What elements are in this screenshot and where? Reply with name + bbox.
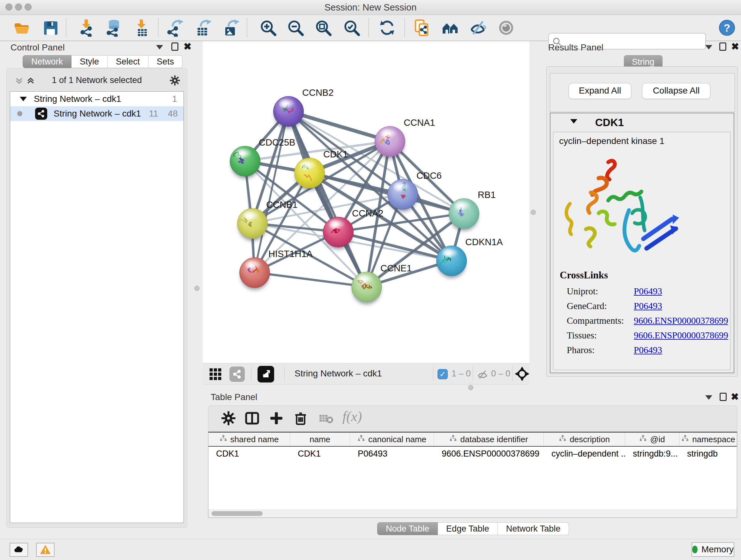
node-table[interactable]: shared namenamecanonical namedatabase id… (208, 432, 737, 518)
export-network-icon[interactable] (166, 19, 184, 37)
network-node-CCNA1[interactable] (375, 126, 405, 157)
column-header-canonical-name[interactable]: canonical name (350, 433, 434, 446)
network-node-CDC25B[interactable] (230, 146, 260, 177)
hide-panel-eye-icon[interactable] (469, 19, 487, 37)
network-edge[interactable] (254, 272, 366, 287)
gear-icon[interactable] (169, 75, 181, 87)
help-icon[interactable]: ? (718, 19, 736, 37)
network-node-CCNB1[interactable] (237, 208, 268, 239)
show-panel-eye-icon[interactable] (497, 19, 515, 37)
network-node-CDK1[interactable] (294, 158, 325, 188)
crosslink-link[interactable]: P06493 (634, 301, 662, 311)
collapse-panel-icon[interactable] (705, 45, 712, 50)
table-cell[interactable]: CDK1 (290, 447, 350, 461)
tab-select[interactable]: Select (108, 55, 148, 68)
close-panel-icon[interactable]: ✖ (184, 42, 192, 51)
gear-icon[interactable] (220, 410, 238, 428)
horizontal-scrollbar[interactable] (208, 509, 737, 517)
column-header-name[interactable]: name (290, 433, 350, 446)
crosslink-row: Compartments:9606.ENSP00000378699 (560, 315, 728, 330)
crosslink-link[interactable]: P06493 (634, 286, 662, 296)
tab-node-table[interactable]: Node Table (377, 522, 438, 535)
delete-column-icon[interactable] (293, 410, 310, 428)
fit-content-crosshair-icon[interactable] (515, 367, 529, 382)
glass-highlight (242, 210, 259, 221)
network-edge[interactable] (254, 111, 288, 272)
show-column-icon[interactable] (244, 410, 261, 428)
node-label-CCNB2: CCNB2 (302, 87, 333, 98)
zoom-out-icon[interactable] (286, 19, 305, 37)
table-cell[interactable]: cyclin–dependent ... (544, 447, 625, 461)
crosslink-link[interactable]: 9606.ENSP00000378699 (634, 315, 728, 326)
import-network-icon[interactable] (77, 19, 95, 37)
column-header-database-identifier[interactable]: database identifier (434, 433, 544, 446)
column-label: name (310, 435, 330, 444)
zoom-fit-icon[interactable] (314, 19, 332, 37)
warning-button[interactable] (36, 543, 55, 557)
table-row[interactable]: CDK1CDK1P064939606.ENSP00000378699cyclin… (208, 447, 737, 461)
network-node-HIST1H1A[interactable] (239, 257, 270, 288)
column-header-description[interactable]: description (544, 433, 625, 446)
add-column-icon[interactable] (268, 410, 286, 428)
vertical-splitter-handle[interactable] (194, 286, 199, 291)
crosslink-link[interactable]: P06493 (634, 345, 662, 355)
export-image-icon[interactable] (222, 19, 240, 37)
cdk1-details: cyclin–dependent kinase 1 (553, 132, 731, 370)
float-panel-icon[interactable] (719, 43, 726, 51)
table-cell[interactable]: stringdb (679, 447, 738, 461)
network-node-CCNA2[interactable] (323, 217, 354, 247)
network-node-CDC6[interactable] (387, 179, 418, 210)
scrollbar-thumb[interactable] (212, 511, 263, 516)
cloud-button[interactable] (10, 543, 28, 557)
collapse-panel-icon[interactable] (156, 45, 163, 50)
grid-view-icon[interactable] (208, 367, 222, 382)
column-header-@id[interactable]: @id (625, 433, 679, 446)
network-node-CCNE1[interactable] (351, 272, 382, 302)
table-cell[interactable]: CDK1 (208, 447, 290, 461)
birds-eye-view-icon[interactable] (258, 366, 274, 382)
import-database-icon[interactable] (105, 19, 122, 37)
tab-sets[interactable]: Sets (148, 55, 183, 68)
vertical-splitter-handle[interactable] (531, 210, 536, 215)
network-overview-icon[interactable] (441, 19, 459, 37)
network-node-CDKN1A[interactable] (436, 246, 467, 276)
table-cell[interactable]: P06493 (350, 447, 434, 461)
tab-network-table[interactable]: Network Table (498, 522, 569, 535)
tree-expander-icon[interactable] (20, 97, 27, 101)
string-share-icon[interactable] (229, 367, 245, 382)
close-panel-icon[interactable]: ✖ (731, 42, 739, 51)
clone-network-icon[interactable] (413, 19, 431, 37)
save-session-icon[interactable] (42, 19, 59, 37)
network-collection-row[interactable]: String Network – cdk1 1 (10, 91, 184, 106)
results-panel-title: Results Panel (548, 43, 603, 53)
close-panel-icon[interactable]: ✖ (731, 392, 739, 401)
network-row-selected[interactable]: String Network – cdk1 11 48 (10, 106, 184, 121)
horizontal-splitter-handle[interactable] (468, 385, 473, 390)
column-header-shared-name[interactable]: shared name (208, 433, 290, 446)
tab-style[interactable]: Style (71, 55, 108, 68)
refresh-icon[interactable] (378, 19, 396, 37)
float-panel-icon[interactable] (172, 43, 179, 51)
crosslink-link[interactable]: 9606.ENSP00000378699 (634, 330, 728, 340)
network-node-RB1[interactable] (449, 198, 479, 229)
zoom-in-icon[interactable] (259, 19, 277, 37)
selected-checkbox-icon[interactable]: ✓ (437, 369, 448, 379)
open-session-icon[interactable] (13, 19, 30, 37)
table-cell[interactable]: 9606.ENSP00000378699 (434, 447, 544, 461)
column-header-namespace[interactable]: namespace (679, 433, 738, 446)
network-canvas[interactable]: CCNB2CCNA1CDC25BCDK1CDC6RB1CCNB1CCNA2CDK… (203, 41, 529, 363)
import-table-icon[interactable] (133, 19, 151, 37)
memory-button[interactable]: Memory (691, 542, 734, 557)
zoom-selected-icon[interactable] (343, 19, 360, 37)
collapse-panel-icon[interactable] (705, 395, 712, 400)
section-collapse-icon[interactable] (570, 119, 577, 124)
collapse-all-button[interactable]: Collapse All (642, 83, 711, 99)
expand-all-button[interactable]: Expand All (569, 83, 631, 99)
export-table-icon[interactable] (194, 19, 212, 37)
tab-network[interactable]: Network (23, 55, 71, 68)
status-bar: Memory (0, 539, 741, 560)
table-cell[interactable]: stringdb:9... (625, 447, 679, 461)
network-node-CCNB2[interactable] (273, 96, 304, 127)
float-panel-icon[interactable] (720, 393, 727, 401)
tab-edge-table[interactable]: Edge Table (438, 522, 498, 535)
